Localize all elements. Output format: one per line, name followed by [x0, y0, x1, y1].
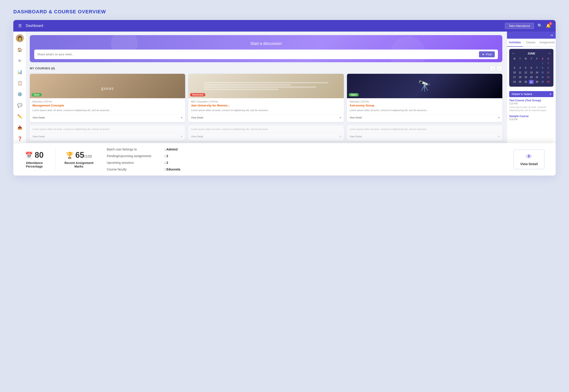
task-name-1[interactable]: Test Course (Test Group) — [509, 99, 554, 102]
bottom-arrow-3[interactable]: ▾ — [498, 135, 500, 138]
cal-day-24[interactable]: 24 — [512, 80, 517, 84]
cal-day-3[interactable]: 3 — [512, 66, 517, 70]
cal-header-f: F — [534, 57, 540, 61]
cal-day-empty-1[interactable] — [512, 61, 517, 65]
sidebar-item-settings[interactable]: ⚙️ — [16, 91, 23, 98]
cal-day-12[interactable]: 12 — [523, 70, 528, 75]
cal-day-28[interactable]: 28 — [534, 80, 540, 84]
tasks-collapse-icon[interactable]: ∧ — [549, 93, 552, 96]
sidebar-item-help[interactable]: ❓ — [16, 135, 23, 142]
cal-day-25[interactable]: 25 — [517, 80, 523, 84]
course-desc-2: Lorem ipsum dolor sit amet, consect et a… — [191, 109, 341, 112]
cal-day-6[interactable]: 6 — [529, 66, 534, 70]
cal-day-30[interactable]: 30 — [546, 80, 551, 84]
sidebar-item-analytics[interactable]: 📊 — [16, 69, 23, 76]
bottom-cards: Lorem ipsum dolor sit amet, consect et a… — [30, 125, 502, 141]
cal-day-10[interactable]: 10 — [512, 70, 517, 75]
dropdown-arrow-1[interactable]: ▾ — [181, 116, 183, 119]
cal-day-empty-5[interactable] — [534, 61, 540, 65]
info-label-0: Batch user belongs to — [107, 148, 164, 151]
search-icon[interactable]: 🔍 — [538, 23, 542, 28]
dropdown-arrow-3[interactable]: ▾ — [498, 116, 500, 119]
bottom-arrow-1[interactable]: ▾ — [181, 135, 183, 138]
top-nav: ☰ Dashboard Take Attendance 🔍 🔔 1 — [13, 20, 556, 31]
view-detail-link-3[interactable]: View Detail — [350, 116, 362, 119]
task-name-2[interactable]: Sample Course — [509, 115, 554, 118]
cal-day-7[interactable]: 7 — [534, 66, 540, 70]
cal-day-5[interactable]: 5 — [523, 66, 528, 70]
course-card-2: Restricted ABC Corporation | 2:53 Hrs Ja… — [188, 74, 344, 122]
cal-day-empty-3[interactable] — [523, 61, 528, 65]
sidebar-item-message[interactable]: 💬 — [16, 102, 23, 109]
bottom-desc-1: Lorem ipsum dolor sit amet, consect et a… — [32, 127, 183, 131]
cal-day-empty-4[interactable] — [529, 61, 534, 65]
cal-day-23[interactable]: 23 — [546, 75, 551, 79]
dropdown-arrow-2[interactable]: ▾ — [340, 116, 341, 119]
info-value-2: : 2 — [164, 161, 168, 165]
bottom-view-detail-3[interactable]: View Detail — [350, 135, 362, 138]
cal-day-1[interactable]: 1 — [540, 61, 545, 65]
avatar[interactable]: 👩 — [16, 34, 24, 42]
tab-classes[interactable]: Classes — [523, 39, 539, 47]
cal-header-w: W — [523, 57, 528, 61]
attendance-button[interactable]: Take Attendance — [505, 23, 534, 29]
cal-day-14[interactable]: 14 — [534, 70, 540, 75]
cal-day-16[interactable]: 16 — [546, 70, 551, 75]
notification-icon[interactable]: 🔔 1 — [546, 23, 551, 28]
tab-assignments[interactable]: Assignments — [539, 39, 556, 47]
sidebar-item-edit[interactable]: ✏️ — [16, 113, 23, 120]
assignment-label: Recent AssignmentMarks — [64, 161, 93, 168]
view-detail-link-1[interactable]: View Detail — [32, 116, 45, 119]
cal-day-19[interactable]: 19 — [523, 75, 528, 79]
app-shell: ☰ Dashboard Take Attendance 🔍 🔔 1 👩 🏠 👁 … — [13, 20, 556, 176]
next-arrow[interactable]: › — [497, 65, 502, 71]
cal-prev[interactable]: ← — [512, 52, 515, 55]
course-meta-1: Educesta | 2:53 Hrs — [32, 100, 183, 103]
cal-day-2[interactable]: 2 — [546, 61, 551, 65]
discussion-input-row: ➤ Post — [34, 50, 498, 59]
notification-badge: 1 — [549, 22, 552, 25]
cal-day-4[interactable]: 4 — [517, 66, 523, 70]
cal-day-11[interactable]: 11 — [517, 70, 523, 75]
overlay-card: 📅 80 AttendancePercentage 🏆 65/100 Recen… — [13, 143, 556, 176]
cal-day-22[interactable]: 22 — [540, 75, 545, 79]
sidebar-item-home[interactable]: 🏠 — [16, 46, 23, 53]
view-detail-link-2[interactable]: View Detail — [191, 116, 203, 119]
cal-header-t2: T — [529, 57, 534, 61]
view-detail-button[interactable]: 👁 View Detail — [513, 149, 544, 169]
cal-day-13[interactable]: 13 — [529, 70, 534, 75]
sidebar-item-visibility[interactable]: 👁 — [16, 57, 23, 64]
cal-day-8[interactable]: 8 — [540, 66, 545, 70]
cal-day-9[interactable]: 9 — [546, 66, 551, 70]
cal-day-26[interactable]: 26 — [523, 80, 528, 84]
course-status-badge-1: Open — [31, 93, 42, 97]
course-meta-3: Educesta | 2:53 Hrs — [350, 100, 500, 103]
cal-day-20[interactable]: 20 — [529, 75, 534, 79]
sidebar-item-clipboard[interactable]: 📋 — [16, 80, 23, 87]
right-sidebar-toggle[interactable]: ⇒ — [507, 31, 556, 39]
discussion-input[interactable] — [37, 53, 479, 56]
discussion-banner: Start a discussion ➤ Post — [30, 35, 502, 62]
sidebar-item-share[interactable]: 📤 — [16, 124, 23, 131]
cal-day-27[interactable]: 27 — [529, 80, 534, 84]
hamburger-icon[interactable]: ☰ — [18, 23, 22, 28]
post-button[interactable]: ➤ Post — [479, 51, 495, 57]
cal-day-18[interactable]: 18 — [517, 75, 523, 79]
tab-activities[interactable]: Activities — [507, 39, 523, 47]
bottom-view-detail-2[interactable]: View Detail — [191, 135, 203, 138]
cal-month: JUNE — [527, 52, 535, 55]
info-label-2: Upcoming sessions — [107, 161, 164, 165]
cal-next[interactable]: → — [548, 52, 551, 55]
bottom-arrow-2[interactable]: ▾ — [340, 135, 341, 138]
cal-day-15[interactable]: 15 — [540, 70, 545, 75]
bottom-view-detail-1[interactable]: View Detail — [32, 135, 45, 138]
prev-arrow[interactable]: ‹ — [489, 65, 495, 71]
tasks-header[interactable]: TODAY'S TASKS ∧ — [509, 91, 554, 97]
cal-day-17[interactable]: 17 — [512, 75, 517, 79]
courses-section: MY COURSES (6) ‹ › gseas Open E — [30, 65, 502, 122]
cal-day-21[interactable]: 21 — [534, 75, 540, 79]
cal-day-empty-2[interactable] — [517, 61, 523, 65]
bottom-desc-3: Lorem ipsum dolor sit amet, consect et a… — [350, 127, 500, 131]
cal-day-29[interactable]: 29 — [540, 80, 545, 84]
bottom-card-3: Lorem ipsum dolor sit amet, consect et a… — [347, 125, 502, 141]
